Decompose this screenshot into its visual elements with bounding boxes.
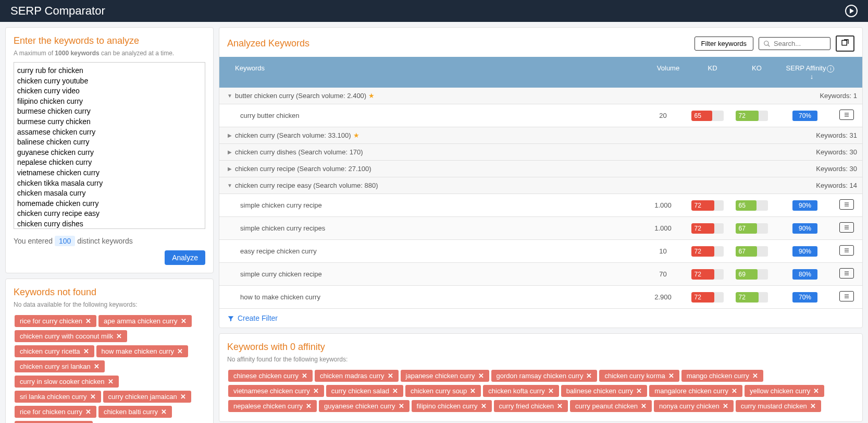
close-icon[interactable]: ✕ — [668, 372, 674, 380]
keyword-tag[interactable]: curry chicken jamaican✕ — [103, 391, 191, 403]
analyze-button[interactable]: Analyze — [165, 250, 205, 265]
close-icon[interactable]: ✕ — [399, 402, 404, 410]
close-icon[interactable]: ✕ — [731, 387, 737, 395]
cell-volume: 70 — [641, 270, 685, 278]
close-icon[interactable]: ✕ — [586, 372, 592, 380]
keyword-tag[interactable]: rice for curry chicken✕ — [15, 315, 96, 327]
keyword-tag[interactable]: gordon ramsay chicken curry✕ — [491, 370, 598, 382]
keyword-tag[interactable]: filipino chicken curry✕ — [412, 400, 492, 412]
create-filter-link[interactable]: Create Filter — [219, 309, 862, 328]
keyword-tag[interactable]: green chicken curry✕ — [15, 421, 93, 423]
info-icon[interactable]: i — [827, 65, 834, 72]
keyword-tag[interactable]: mango chicken curry✕ — [681, 370, 763, 382]
keyword-tag[interactable]: balinese chicken curry✕ — [561, 385, 648, 397]
group-row[interactable]: ▼chicken curry recipe easy (Search volum… — [219, 177, 862, 194]
row-menu-button[interactable] — [839, 110, 854, 120]
close-icon[interactable]: ✕ — [116, 332, 122, 340]
keyword-tag[interactable]: chicken kofta curry✕ — [483, 385, 559, 397]
group-count: Keywords: 14 — [816, 182, 857, 189]
group-row[interactable]: ▶chicken curry (Search volume: 33.100)★K… — [219, 127, 862, 144]
keyword-tag[interactable]: curry fried chicken✕ — [494, 400, 568, 412]
keyword-tag[interactable]: curry peanut chicken✕ — [570, 400, 652, 412]
filter-keywords-button[interactable]: Filter keywords — [695, 37, 753, 51]
search-wrap[interactable] — [759, 37, 830, 50]
close-icon[interactable]: ✕ — [470, 387, 476, 395]
keyword-tag[interactable]: guyanese chicken curry✕ — [319, 400, 410, 412]
keyword-tag[interactable]: curry chicken salad✕ — [326, 385, 403, 397]
group-row[interactable]: ▼butter chicken curry (Search volume: 2.… — [219, 88, 862, 104]
close-icon[interactable]: ✕ — [810, 402, 816, 410]
keyword-tag[interactable]: nonya curry chicken✕ — [654, 400, 734, 412]
keyword-tag[interactable]: curry in slow cooker chicken✕ — [15, 376, 119, 388]
col-ko[interactable]: KO — [735, 57, 779, 88]
caret-icon: ▼ — [225, 183, 235, 188]
keyword-tag[interactable]: ape amma chicken curry✕ — [98, 315, 192, 327]
col-affinity[interactable]: SERP Affinityi↓ — [779, 57, 841, 88]
cell-keyword: how to make chicken curry — [225, 293, 641, 301]
close-icon[interactable]: ✕ — [557, 402, 563, 410]
not-found-title: Keywords not found — [14, 287, 205, 298]
cell-kd: 72 — [685, 269, 729, 280]
close-icon[interactable]: ✕ — [313, 387, 319, 395]
group-row[interactable]: ▶chicken curry recipe (Search volume: 27… — [219, 161, 862, 177]
row-menu-button[interactable] — [839, 222, 854, 233]
keyword-tag[interactable]: yellow chicken curry✕ — [745, 385, 824, 397]
close-icon[interactable]: ✕ — [90, 393, 96, 401]
keyword-tag[interactable]: chicken curry sri lankan✕ — [15, 360, 105, 372]
keyword-tag[interactable]: chicken curry korma✕ — [599, 370, 679, 382]
keyword-tag[interactable]: chicken balti curry✕ — [98, 406, 172, 418]
keyword-tag[interactable]: chicken curry with coconut milk✕ — [15, 330, 127, 342]
cell-affinity: 90% — [774, 246, 836, 257]
keyword-tag[interactable]: sri lanka chicken curry✕ — [15, 391, 101, 403]
keyword-tag[interactable]: rice for chicken curry✕ — [15, 406, 96, 418]
keyword-tag[interactable]: japanese chicken curry✕ — [401, 370, 489, 382]
close-icon[interactable]: ✕ — [83, 347, 89, 355]
keyword-tag[interactable]: chinese chicken curry✕ — [228, 370, 313, 382]
tag-label: japanese chicken curry — [406, 372, 475, 380]
close-icon[interactable]: ✕ — [85, 408, 91, 416]
tag-label: curry in slow cooker chicken — [20, 378, 105, 385]
close-icon[interactable]: ✕ — [641, 402, 647, 410]
keyword-tag[interactable]: nepalese chicken curry✕ — [228, 400, 317, 412]
close-icon[interactable]: ✕ — [481, 402, 487, 410]
star-icon: ★ — [353, 131, 359, 139]
close-icon[interactable]: ✕ — [478, 372, 484, 380]
keyword-tag[interactable]: how make chicken curry✕ — [96, 345, 188, 357]
close-icon[interactable]: ✕ — [813, 387, 819, 395]
caret-icon: ▶ — [225, 149, 235, 155]
close-icon[interactable]: ✕ — [108, 378, 114, 385]
cell-ko: 67 — [729, 246, 774, 257]
close-icon[interactable]: ✕ — [94, 362, 100, 370]
row-menu-button[interactable] — [839, 199, 854, 210]
col-volume[interactable]: Volume — [646, 57, 690, 88]
close-icon[interactable]: ✕ — [548, 387, 554, 395]
close-icon[interactable]: ✕ — [180, 393, 186, 401]
close-icon[interactable]: ✕ — [388, 372, 393, 380]
col-keywords[interactable]: Keywords — [219, 57, 646, 88]
keyword-tag[interactable]: vietnamese chicken curry✕ — [228, 385, 324, 397]
close-icon[interactable]: ✕ — [752, 372, 758, 380]
keyword-tag[interactable]: chicken curry ricetta✕ — [15, 345, 94, 357]
close-icon[interactable]: ✕ — [636, 387, 642, 395]
row-menu-button[interactable] — [839, 291, 854, 301]
close-icon[interactable]: ✕ — [177, 347, 183, 355]
keyword-tag[interactable]: mangalore chicken curry✕ — [649, 385, 742, 397]
group-row[interactable]: ▶chicken curry dishes (Search volume: 17… — [219, 144, 862, 161]
close-icon[interactable]: ✕ — [392, 387, 398, 395]
row-menu-button[interactable] — [839, 268, 854, 279]
keyword-tag[interactable]: curry mustard chicken✕ — [736, 400, 821, 412]
close-icon[interactable]: ✕ — [85, 317, 91, 325]
export-button[interactable] — [836, 35, 854, 52]
close-icon[interactable]: ✕ — [302, 372, 307, 380]
row-menu-button[interactable] — [839, 245, 854, 256]
col-kd[interactable]: KD — [690, 57, 735, 88]
search-input[interactable] — [774, 40, 826, 47]
close-icon[interactable]: ✕ — [181, 317, 187, 325]
keyword-tag[interactable]: chicken curry soup✕ — [405, 385, 481, 397]
keyword-tag[interactable]: chicken madras curry✕ — [315, 370, 399, 382]
close-icon[interactable]: ✕ — [161, 408, 167, 416]
play-video-icon[interactable] — [845, 5, 858, 17]
close-icon[interactable]: ✕ — [723, 402, 728, 410]
keywords-textarea[interactable] — [14, 62, 205, 229]
close-icon[interactable]: ✕ — [306, 402, 312, 410]
